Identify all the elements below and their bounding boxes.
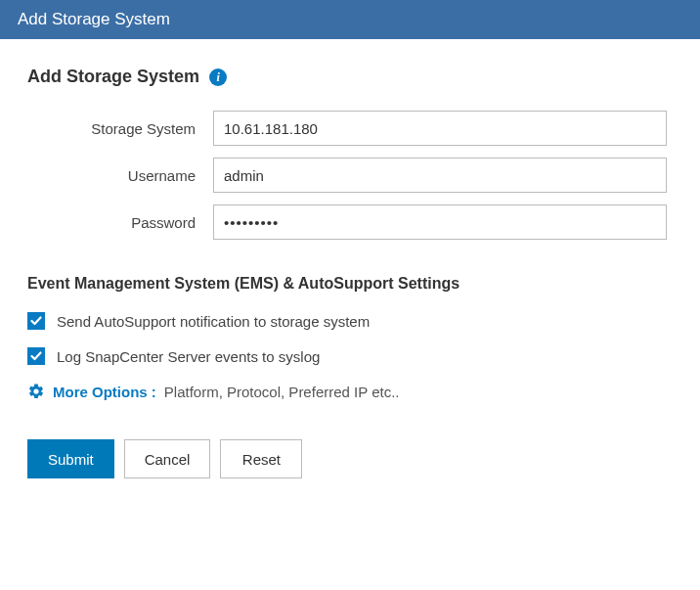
dialog-title: Add Storage System <box>18 10 170 28</box>
syslog-label: Log SnapCenter Server events to syslog <box>57 348 320 365</box>
autosupport-checkbox[interactable] <box>27 312 45 330</box>
more-options-desc: Platform, Protocol, Preferred IP etc.. <box>164 384 400 400</box>
syslog-row: Log SnapCenter Server events to syslog <box>27 347 667 365</box>
dialog-content: Add Storage System i Storage System User… <box>0 39 700 498</box>
gear-icon <box>27 383 45 400</box>
username-input[interactable] <box>213 158 667 193</box>
dialog-header: Add Storage System <box>0 0 700 39</box>
autosupport-row: Send AutoSupport notification to storage… <box>27 312 667 330</box>
syslog-checkbox[interactable] <box>27 347 45 365</box>
more-options-link[interactable]: More Options : <box>53 384 156 400</box>
storage-system-input[interactable] <box>213 111 667 146</box>
storage-system-label: Storage System <box>27 120 213 137</box>
submit-button[interactable]: Submit <box>27 439 114 478</box>
section-title-row: Add Storage System i <box>27 67 667 87</box>
more-options-row: More Options : Platform, Protocol, Prefe… <box>27 383 667 400</box>
checkmark-icon <box>30 351 42 361</box>
info-icon[interactable]: i <box>209 68 227 86</box>
password-label: Password <box>27 214 213 231</box>
username-label: Username <box>27 167 213 184</box>
reset-button[interactable]: Reset <box>220 439 302 478</box>
storage-system-row: Storage System <box>27 111 667 146</box>
username-row: Username <box>27 158 667 193</box>
ems-section-title: Event Management System (EMS) & AutoSupp… <box>27 275 667 293</box>
password-row: Password <box>27 204 667 240</box>
checkmark-icon <box>30 316 42 326</box>
autosupport-label: Send AutoSupport notification to storage… <box>57 313 370 330</box>
cancel-button[interactable]: Cancel <box>124 439 211 478</box>
password-input[interactable] <box>213 204 667 240</box>
button-row: Submit Cancel Reset <box>27 439 667 478</box>
section-title: Add Storage System <box>27 67 199 87</box>
